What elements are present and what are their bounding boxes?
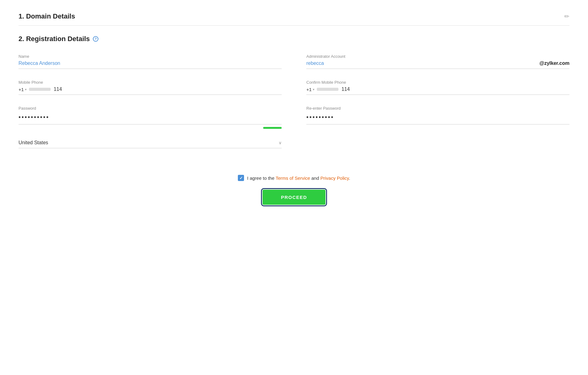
password-input-area: •••••••••• xyxy=(19,112,282,124)
domain-details-title: 1. Domain Details xyxy=(19,12,75,20)
agree-checkbox[interactable]: ✓ xyxy=(238,175,244,181)
agreement-section: ✓ I agree to the Terms of Service and Pr… xyxy=(19,175,569,181)
country-chevron-icon: ∨ xyxy=(279,140,282,145)
section2-header: 2. Registration Details ? xyxy=(19,35,569,43)
confirm-mobile-label: Confirm Mobile Phone xyxy=(306,80,569,85)
password-field: Password •••••••••• xyxy=(19,106,282,129)
admin-label: Administrator Account xyxy=(306,54,569,59)
domain-details-section: 1. Domain Details ✏ xyxy=(19,12,569,26)
confirm-number-masked xyxy=(317,88,338,91)
country-value: United States xyxy=(19,140,48,145)
name-value[interactable]: Rebecca Anderson xyxy=(19,61,282,69)
confirm-country-code[interactable]: +1 ▾ xyxy=(306,87,314,92)
mobile-phone-row: +1 ▾ 114 xyxy=(19,86,282,95)
mobile-number-masked xyxy=(29,88,51,91)
checkmark-icon: ✓ xyxy=(239,176,243,180)
mobile-country-code[interactable]: +1 ▾ xyxy=(19,87,27,92)
reenter-password-field: Re-enter Password ••••••••• xyxy=(306,106,569,129)
admin-username[interactable]: rebecca xyxy=(306,61,538,66)
admin-account-row: rebecca @zylker.com xyxy=(306,61,569,69)
name-label: Name xyxy=(19,54,282,59)
name-field: Name Rebecca Anderson xyxy=(19,54,282,69)
proceed-section: PROCEED xyxy=(19,190,569,205)
mobile-label: Mobile Phone xyxy=(19,80,282,85)
admin-domain: @zylker.com xyxy=(538,61,569,66)
country-field[interactable]: United States ∨ xyxy=(19,140,282,148)
privacy-policy-link[interactable]: Privacy Policy xyxy=(320,175,349,181)
help-icon[interactable]: ? xyxy=(93,36,98,42)
country-dropdown[interactable]: United States ∨ xyxy=(19,140,282,148)
confirm-number-end: 114 xyxy=(342,86,350,92)
registration-details-title: 2. Registration Details xyxy=(19,35,90,43)
confirm-mobile-field: Confirm Mobile Phone +1 ▾ 114 xyxy=(306,80,569,95)
password-dots[interactable]: •••••••••• xyxy=(19,112,282,122)
password-label: Password xyxy=(19,106,282,111)
confirm-country-chevron: ▾ xyxy=(313,88,314,91)
mobile-number-end: 114 xyxy=(54,86,62,92)
password-strength-bar xyxy=(19,127,282,129)
reenter-input-area: ••••••••• xyxy=(306,112,569,124)
mobile-country-chevron: ▾ xyxy=(25,88,27,91)
strength-indicator xyxy=(263,127,282,129)
proceed-button[interactable]: PROCEED xyxy=(263,190,326,205)
registration-details-section: 2. Registration Details ? Name Rebecca A… xyxy=(19,35,569,205)
agreement-text: I agree to the Terms of Service and Priv… xyxy=(247,175,350,181)
empty-right-col xyxy=(306,140,569,159)
terms-of-service-link[interactable]: Terms of Service xyxy=(275,175,310,181)
reenter-label: Re-enter Password xyxy=(306,106,569,111)
confirm-mobile-row: +1 ▾ 114 xyxy=(306,86,569,95)
edit-icon[interactable]: ✏ xyxy=(564,13,569,20)
mobile-phone-field: Mobile Phone +1 ▾ 114 xyxy=(19,80,282,95)
reenter-dots[interactable]: ••••••••• xyxy=(306,112,569,122)
admin-account-field: Administrator Account rebecca @zylker.co… xyxy=(306,54,569,69)
form-grid: Name Rebecca Anderson Administrator Acco… xyxy=(19,54,569,159)
